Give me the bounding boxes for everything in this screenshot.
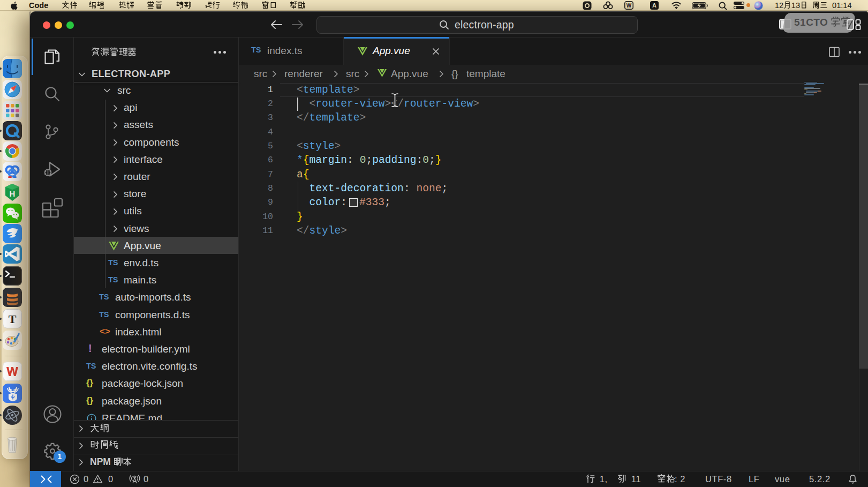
svg-text:H: H (10, 189, 16, 198)
svg-text:A: A (652, 2, 656, 9)
svg-text:W: W (627, 3, 632, 9)
svg-text:T: T (9, 312, 17, 326)
